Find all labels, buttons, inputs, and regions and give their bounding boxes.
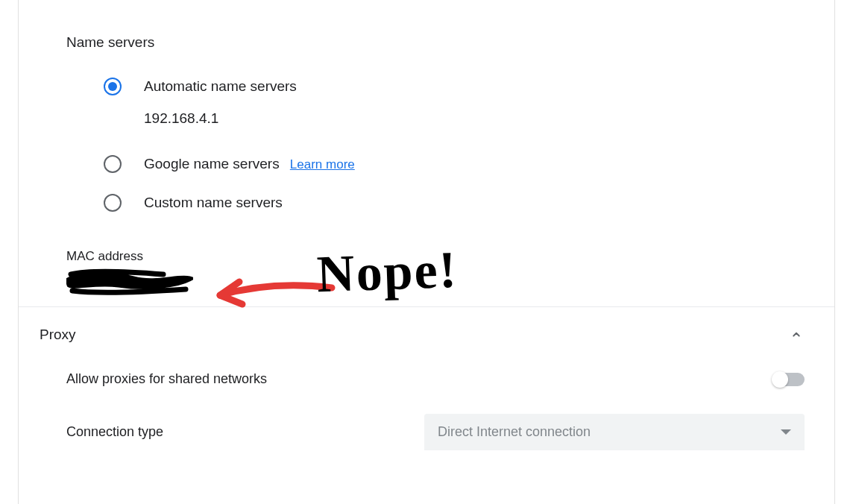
automatic-ns-value: 192.168.4.1 bbox=[144, 110, 787, 127]
connection-type-label: Connection type bbox=[66, 424, 163, 440]
radio-google[interactable] bbox=[104, 155, 122, 173]
radio-custom-label: Custom name servers bbox=[144, 195, 283, 211]
mac-address-redacted bbox=[66, 268, 193, 295]
learn-more-link[interactable]: Learn more bbox=[290, 157, 355, 171]
radio-custom[interactable] bbox=[104, 194, 122, 212]
nameservers-title: Name servers bbox=[66, 0, 787, 78]
proxy-title: Proxy bbox=[40, 327, 76, 343]
chevron-up-icon bbox=[788, 327, 805, 343]
mac-address-label: MAC address bbox=[66, 233, 787, 264]
connection-type-select[interactable]: Direct Internet connection bbox=[424, 414, 805, 450]
allow-proxies-label: Allow proxies for shared networks bbox=[66, 371, 267, 387]
proxy-expander-header[interactable]: Proxy bbox=[19, 307, 834, 361]
nameservers-radio-group: Automatic name servers 192.168.4.1 Googl… bbox=[66, 78, 787, 212]
allow-proxies-toggle[interactable] bbox=[773, 373, 805, 386]
connection-type-value: Direct Internet connection bbox=[438, 424, 591, 440]
radio-automatic-label: Automatic name servers bbox=[144, 78, 297, 95]
radio-google-label: Google name servers bbox=[144, 156, 280, 171]
radio-automatic[interactable] bbox=[104, 78, 122, 95]
chevron-down-icon bbox=[781, 429, 791, 435]
